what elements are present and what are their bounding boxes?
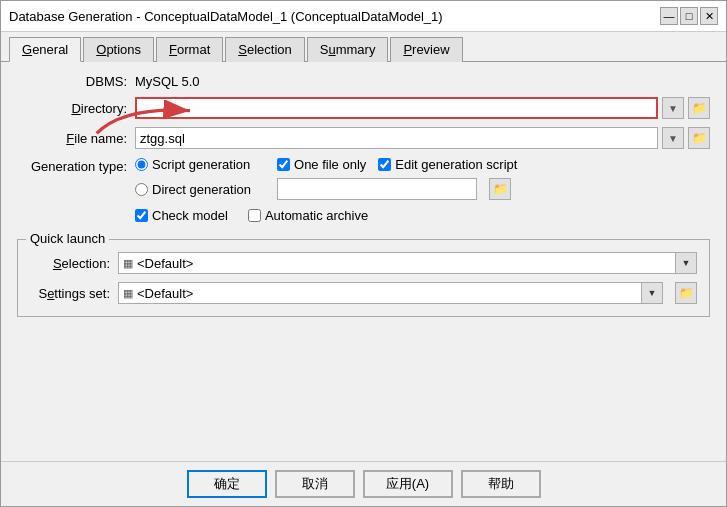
- tab-options[interactable]: Options: [83, 37, 154, 62]
- direct-gen-radio-label[interactable]: Direct generation: [135, 182, 265, 197]
- auto-archive-checkbox[interactable]: [248, 209, 261, 222]
- folder-icon3: 📁: [493, 182, 508, 196]
- selection-value: <Default>: [137, 256, 193, 271]
- script-gen-line: Script generation One file only Edit gen…: [135, 157, 710, 172]
- filename-row: File name: ▼ 📁: [17, 127, 710, 149]
- gen-type-label: Generation type:: [17, 157, 127, 174]
- direct-gen-text: Direct generation: [152, 182, 251, 197]
- directory-dropdown-btn[interactable]: ▼: [662, 97, 684, 119]
- directory-input[interactable]: [135, 97, 658, 119]
- filename-input[interactable]: [135, 127, 658, 149]
- settings-dropdown-arrow: ▼: [648, 288, 657, 298]
- filename-folder-btn[interactable]: 📁: [688, 127, 710, 149]
- settings-dropdown-btn[interactable]: ▼: [641, 282, 663, 304]
- check-options-row: Check model Automatic archive: [17, 208, 710, 223]
- gen-type-options: Script generation One file only Edit gen…: [135, 157, 710, 200]
- filename-input-group: ▼ 📁: [135, 127, 710, 149]
- settings-grid-icon: ▦: [123, 287, 133, 300]
- selection-combo-input: ▦ <Default>: [118, 252, 675, 274]
- filename-label: File name:: [17, 131, 127, 146]
- directory-label: Directory:: [17, 101, 127, 116]
- direct-gen-radio[interactable]: [135, 183, 148, 196]
- main-window: Database Generation - ConceptualDataMode…: [0, 0, 727, 507]
- cancel-button[interactable]: 取消: [275, 470, 355, 498]
- gen-type-row: Generation type: Script generation One f…: [17, 157, 710, 200]
- title-bar: Database Generation - ConceptualDataMode…: [1, 1, 726, 32]
- close-button[interactable]: ✕: [700, 7, 718, 25]
- content-area: DBMS: MySQL 5.0 Directory: ▼ 📁 File name…: [1, 62, 726, 461]
- tab-preview[interactable]: Preview: [390, 37, 462, 62]
- directory-input-group: ▼ 📁: [135, 97, 710, 119]
- selection-dropdown-btn[interactable]: ▼: [675, 252, 697, 274]
- tab-bar: General Options Format Selection Summary…: [1, 32, 726, 62]
- settings-combo-wrapper: ▦ <Default> ▼: [118, 282, 663, 304]
- quick-launch-content: Selection: ▦ <Default> ▼: [30, 252, 697, 304]
- one-file-checkbox[interactable]: [277, 158, 290, 171]
- help-button[interactable]: 帮助: [461, 470, 541, 498]
- check-model-checkbox[interactable]: [135, 209, 148, 222]
- maximize-button[interactable]: □: [680, 7, 698, 25]
- ok-button[interactable]: 确定: [187, 470, 267, 498]
- dbms-label: DBMS:: [17, 74, 127, 89]
- direct-gen-folder-btn[interactable]: 📁: [489, 178, 511, 200]
- edit-script-checkbox-label[interactable]: Edit generation script: [378, 157, 517, 172]
- selection-combo-wrapper: ▦ <Default> ▼: [118, 252, 697, 274]
- edit-script-checkbox[interactable]: [378, 158, 391, 171]
- folder-icon4: 📁: [679, 286, 694, 300]
- directory-folder-btn[interactable]: 📁: [688, 97, 710, 119]
- dbms-row: DBMS: MySQL 5.0: [17, 74, 710, 89]
- quick-launch-title: Quick launch: [26, 231, 109, 246]
- selection-grid-icon: ▦: [123, 257, 133, 270]
- auto-archive-label[interactable]: Automatic archive: [248, 208, 368, 223]
- dropdown-arrow-icon: ▼: [668, 103, 678, 114]
- auto-archive-text: Automatic archive: [265, 208, 368, 223]
- script-gen-radio-label[interactable]: Script generation: [135, 157, 265, 172]
- check-model-label[interactable]: Check model: [135, 208, 228, 223]
- settings-combo-input: ▦ <Default>: [118, 282, 641, 304]
- selection-label: Selection:: [30, 256, 110, 271]
- selection-row: Selection: ▦ <Default> ▼: [30, 252, 697, 274]
- tab-summary[interactable]: Summary: [307, 37, 389, 62]
- script-gen-text: Script generation: [152, 157, 250, 172]
- one-file-text: One file only: [294, 157, 366, 172]
- direct-gen-input[interactable]: [277, 178, 477, 200]
- settings-folder-btn[interactable]: 📁: [675, 282, 697, 304]
- directory-row: Directory: ▼ 📁: [17, 97, 710, 119]
- tab-selection[interactable]: Selection: [225, 37, 304, 62]
- folder-icon: 📁: [692, 101, 707, 115]
- footer: 确定 取消 应用(A) 帮助: [1, 461, 726, 506]
- apply-button[interactable]: 应用(A): [363, 470, 453, 498]
- tab-format[interactable]: Format: [156, 37, 223, 62]
- direct-gen-line: Direct generation 📁: [135, 178, 710, 200]
- settings-value: <Default>: [137, 286, 193, 301]
- filename-dropdown-btn[interactable]: ▼: [662, 127, 684, 149]
- window-controls: — □ ✕: [660, 7, 718, 25]
- minimize-button[interactable]: —: [660, 7, 678, 25]
- settings-row: Settings set: ▦ <Default> ▼ 📁: [30, 282, 697, 304]
- script-gen-radio[interactable]: [135, 158, 148, 171]
- selection-dropdown-arrow: ▼: [682, 258, 691, 268]
- settings-label: Settings set:: [30, 286, 110, 301]
- check-group: Check model Automatic archive: [135, 208, 368, 223]
- window-title: Database Generation - ConceptualDataMode…: [9, 9, 443, 24]
- dropdown-arrow-icon2: ▼: [668, 133, 678, 144]
- tab-general[interactable]: General: [9, 37, 81, 62]
- dbms-value: MySQL 5.0: [135, 74, 200, 89]
- one-file-checkbox-label[interactable]: One file only: [277, 157, 366, 172]
- check-model-text: Check model: [152, 208, 228, 223]
- quick-launch-group: Quick launch Selection: ▦ <Default> ▼: [17, 239, 710, 317]
- edit-script-text: Edit generation script: [395, 157, 517, 172]
- folder-icon2: 📁: [692, 131, 707, 145]
